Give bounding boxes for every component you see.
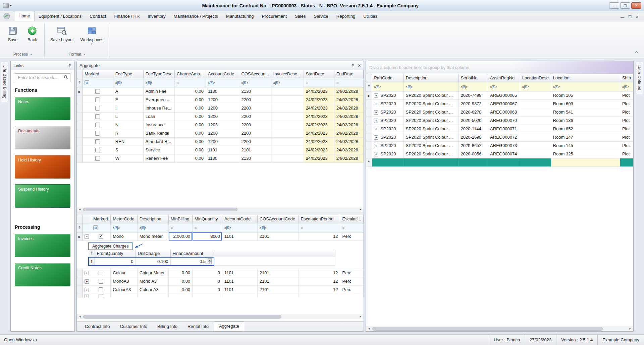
spin-up-icon[interactable]: ▲ bbox=[208, 258, 212, 261]
scrollbar-track[interactable] bbox=[372, 326, 628, 331]
cell[interactable]: +SP2020 bbox=[372, 133, 404, 141]
minimize-button[interactable]: – bbox=[609, 2, 619, 9]
cell[interactable]: 24/02/2028 bbox=[334, 104, 363, 112]
cell[interactable]: +SP2020 bbox=[372, 116, 404, 125]
cell[interactable]: 12 bbox=[299, 269, 340, 277]
cell[interactable] bbox=[372, 158, 404, 166]
cell[interactable]: 2020-9872 bbox=[459, 99, 488, 108]
cell[interactable]: 2203 bbox=[239, 121, 271, 129]
cell[interactable]: E bbox=[113, 95, 143, 104]
quick-access-toolbar[interactable]: ▾ bbox=[3, 3, 12, 8]
filter-cell-chargeamo[interactable]: = bbox=[174, 78, 206, 87]
cell[interactable]: Plot bbox=[620, 125, 633, 133]
cell[interactable]: 2130 bbox=[239, 87, 271, 95]
cell[interactable]: Loan bbox=[143, 112, 174, 121]
cell[interactable]: 24/02/2023 bbox=[304, 137, 334, 146]
pin-icon[interactable] bbox=[351, 63, 355, 68]
filter-cell-locationdesc[interactable]: abc bbox=[520, 82, 551, 91]
cell[interactable]: 0.00 bbox=[174, 112, 206, 121]
cell[interactable]: SP2020 Sprint Colour ... bbox=[404, 108, 459, 116]
cell[interactable]: AREG000074 bbox=[488, 150, 520, 158]
column-header-invoicedesc[interactable]: InvoiceDesc... bbox=[271, 70, 304, 78]
column-header-description[interactable]: Description bbox=[404, 74, 459, 82]
marked-cell[interactable] bbox=[83, 121, 113, 129]
cell[interactable]: Room 609 bbox=[551, 99, 620, 108]
cell[interactable]: 2,000.00 bbox=[168, 232, 192, 240]
cell[interactable]: 0.00 bbox=[174, 104, 206, 112]
scroll-right-icon[interactable]: ► bbox=[628, 327, 633, 330]
marked-cell[interactable] bbox=[91, 277, 111, 285]
cell[interactable]: 2130 bbox=[239, 154, 271, 162]
cell[interactable]: 12 bbox=[299, 277, 340, 285]
search-input[interactable] bbox=[17, 75, 62, 80]
filter-cell-escalati[interactable]: = bbox=[340, 223, 364, 232]
cell[interactable]: 2200 bbox=[239, 137, 271, 146]
cell[interactable]: Plot bbox=[620, 99, 633, 108]
close-button[interactable]: ✕ bbox=[631, 2, 641, 9]
cell[interactable]: Standard R... bbox=[143, 137, 174, 146]
cell[interactable]: 1101 bbox=[222, 277, 258, 285]
cell[interactable]: 24/02/2028 bbox=[334, 146, 363, 154]
cell[interactable]: 2200 bbox=[239, 95, 271, 104]
cell[interactable]: 0 bbox=[193, 277, 222, 285]
text-filter-icon[interactable]: abc bbox=[273, 81, 280, 85]
cell[interactable]: Room 852 bbox=[551, 125, 620, 133]
dialog-launcher-icon[interactable]: ◢ bbox=[83, 53, 85, 56]
cell[interactable]: AREG000072 bbox=[488, 133, 520, 141]
meter-grid-hscrollbar[interactable]: ◄ ► bbox=[77, 314, 364, 319]
filter-cell-description[interactable]: abc bbox=[137, 223, 168, 232]
cell[interactable]: 24/02/2023 bbox=[304, 146, 334, 154]
menu-tab-home[interactable]: Home bbox=[14, 11, 35, 21]
cell[interactable]: L bbox=[113, 112, 143, 121]
scroll-right-icon[interactable]: ► bbox=[358, 315, 363, 318]
cell[interactable] bbox=[520, 133, 551, 141]
cell[interactable]: 2020-1144 bbox=[459, 125, 488, 133]
link-button-suspend-history[interactable]: Suspend History bbox=[15, 184, 70, 208]
column-header-feetype[interactable]: FeeType bbox=[113, 70, 143, 78]
cell[interactable]: SP2020 Sprint Colour ... bbox=[404, 150, 459, 158]
equals-filter-icon[interactable]: = bbox=[342, 226, 344, 230]
filter-cell-ship[interactable]: abc bbox=[620, 82, 633, 91]
cell[interactable] bbox=[520, 150, 551, 158]
cell[interactable]: 0.00 bbox=[174, 146, 206, 154]
cell[interactable] bbox=[111, 294, 138, 298]
text-filter-icon[interactable]: abc bbox=[140, 226, 147, 230]
cell[interactable]: 2101 bbox=[257, 277, 299, 285]
cell[interactable]: Colour Meter bbox=[137, 269, 168, 277]
column-header-enddate[interactable]: EndDate bbox=[334, 70, 363, 78]
checkbox-unchecked[interactable] bbox=[99, 287, 103, 292]
cell[interactable] bbox=[551, 158, 620, 166]
cell[interactable]: ColourA3 bbox=[111, 285, 138, 294]
marked-cell[interactable] bbox=[91, 232, 111, 240]
cell[interactable] bbox=[137, 294, 168, 298]
cell[interactable]: 1200 bbox=[206, 137, 239, 146]
scroll-left-icon[interactable]: ◄ bbox=[77, 208, 83, 211]
text-filter-icon[interactable]: abc bbox=[522, 85, 529, 89]
cell[interactable]: Service bbox=[143, 146, 174, 154]
cell[interactable]: SP2020 Sprint Colour ... bbox=[404, 99, 459, 108]
cell[interactable]: 1130 bbox=[206, 87, 239, 95]
column-header-accountcode[interactable]: AccountCode bbox=[206, 70, 239, 78]
cell[interactable]: AREG000067 bbox=[488, 99, 520, 108]
checkbox-unchecked[interactable] bbox=[95, 89, 100, 94]
column-header-description[interactable]: Description bbox=[137, 215, 168, 223]
expand-row-icon[interactable]: + bbox=[85, 294, 89, 298]
cell[interactable] bbox=[193, 294, 222, 298]
link-button-credit-notes[interactable]: Credit Notes bbox=[15, 263, 70, 286]
menu-tab-sales[interactable]: Sales bbox=[291, 12, 310, 21]
cell[interactable]: 1101 bbox=[222, 285, 258, 294]
scroll-left-icon[interactable]: ◄ bbox=[77, 315, 83, 318]
text-filter-icon[interactable]: abc bbox=[241, 81, 248, 85]
column-header-serialno[interactable]: SerialNo bbox=[459, 74, 488, 82]
marked-cell[interactable] bbox=[83, 154, 113, 162]
text-filter-icon[interactable]: abc bbox=[146, 81, 153, 85]
checkbox-unchecked[interactable] bbox=[95, 114, 100, 119]
scroll-right-icon[interactable]: ► bbox=[358, 208, 363, 211]
save-layout-button[interactable]: Save Layout bbox=[48, 24, 76, 44]
cell[interactable]: 2101 bbox=[239, 146, 271, 154]
grid-splitter[interactable] bbox=[77, 212, 364, 215]
column-header-metercode[interactable]: MeterCode bbox=[111, 215, 138, 223]
app-logo-icon[interactable] bbox=[3, 12, 11, 20]
marked-cell[interactable] bbox=[91, 269, 111, 277]
cell[interactable]: 24/02/2028 bbox=[334, 95, 363, 104]
